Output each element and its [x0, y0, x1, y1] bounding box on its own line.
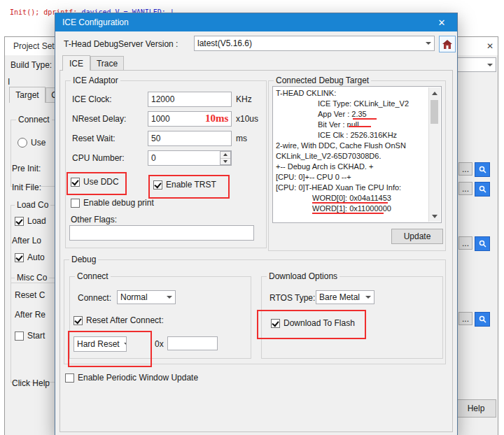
- auto-checkbox[interactable]: Auto: [15, 252, 45, 262]
- rtos-type-value: Bare Metal: [319, 292, 360, 302]
- enable-debug-print-checkbox[interactable]: Enable debug print: [71, 198, 154, 208]
- target-line: +-- Debug Arch is CKHAD. +: [273, 162, 441, 172]
- connect-mode-label: Connect:: [78, 293, 111, 303]
- checkbox-box: [71, 199, 80, 208]
- search-icon: [479, 185, 486, 193]
- chevron-down-icon: [487, 64, 493, 66]
- stepper-up-button[interactable]: [220, 152, 230, 159]
- ice-clock-input[interactable]: 12000: [148, 92, 232, 107]
- ice-clock-value: 12000: [151, 94, 174, 104]
- radio-circle: [18, 138, 27, 148]
- nreset-delay-label: NReset Delay:: [72, 114, 126, 124]
- target-line: Bit Ver : null: [273, 120, 441, 130]
- search-button[interactable]: [475, 312, 490, 327]
- checkbox-box: [71, 178, 80, 187]
- hex-prefix-label: 0x: [155, 339, 164, 349]
- reset-address-input[interactable]: [167, 336, 218, 350]
- target-line: WORD[1]: 0x11000000: [273, 204, 441, 214]
- misc-group-label: Misc Co: [15, 273, 49, 283]
- reset-wait-value: 50: [151, 134, 160, 143]
- checkbox-box: [15, 253, 24, 262]
- tab-trace[interactable]: Trace: [90, 56, 124, 71]
- other-flags-label: Other Flags:: [71, 215, 117, 224]
- debugserver-version-select[interactable]: latest(V5.16.6): [194, 36, 435, 51]
- pre-init-label: Pre Init:: [12, 164, 41, 173]
- checkbox-box: [153, 180, 162, 190]
- browse-button[interactable]: ...: [458, 162, 472, 176]
- enable-debug-print-label: Enable debug print: [83, 198, 154, 208]
- auto-checkbox-label: Auto: [27, 252, 45, 262]
- close-icon[interactable]: ✕: [426, 13, 457, 31]
- help-button[interactable]: Help: [456, 399, 496, 418]
- reset-wait-input[interactable]: 50: [148, 131, 232, 146]
- cpu-number-input[interactable]: 0: [148, 150, 232, 166]
- download-to-flash-checkbox[interactable]: Download To Flash: [271, 318, 355, 328]
- tab-ice-label: ICE: [69, 59, 83, 69]
- reset-type-select[interactable]: Hard Reset: [74, 336, 127, 352]
- nreset-delay-value: 1000: [151, 114, 170, 124]
- periodic-window-update-checkbox[interactable]: Enable Periodic Window Update: [65, 373, 198, 383]
- chevron-down-icon: [426, 42, 431, 45]
- clipped-text-fragment: I: [8, 77, 10, 87]
- search-icon: [479, 166, 486, 173]
- browse-button[interactable]: ...: [458, 236, 472, 250]
- cpu-number-stepper[interactable]: [220, 151, 231, 165]
- use-ddc-checkbox[interactable]: Use DDC: [71, 177, 119, 187]
- connect-group-label: Connect: [16, 115, 52, 124]
- target-line: ICE Clk : 2526.316KHz: [273, 130, 441, 141]
- enable-trst-checkbox[interactable]: Enable TRST: [153, 180, 216, 190]
- stepper-down-button[interactable]: [220, 159, 230, 165]
- scrollbar-down-button[interactable]: [429, 211, 440, 222]
- target-line: [CPU: 0]T-HEAD Xuan Tie CPU Info:: [273, 183, 441, 193]
- chevron-down-icon: [124, 343, 127, 345]
- search-icon: [479, 315, 486, 323]
- load-group-label: Load Co: [15, 200, 50, 210]
- checkbox-box: [74, 316, 83, 325]
- home-button[interactable]: [439, 36, 456, 52]
- reset-after-connect-label: Reset After Connect:: [86, 315, 164, 325]
- use-radio-label: Use: [31, 138, 46, 148]
- scrollbar-thumb[interactable]: [430, 100, 438, 124]
- search-button[interactable]: [475, 182, 490, 197]
- start-checkbox[interactable]: Start: [15, 331, 45, 341]
- tab-target[interactable]: Target: [9, 87, 46, 103]
- update-button[interactable]: Update: [391, 229, 443, 244]
- start-checkbox-label: Start: [27, 331, 45, 341]
- download-options-label: Download Options: [267, 271, 340, 281]
- reset-after-connect-checkbox[interactable]: Reset After Connect:: [74, 315, 164, 325]
- load-checkbox[interactable]: Load: [15, 216, 46, 226]
- rtos-type-select[interactable]: Bare Metal: [316, 290, 374, 304]
- after-load-label: After Lo: [12, 236, 41, 245]
- home-icon: [442, 40, 452, 49]
- other-flags-input[interactable]: [69, 225, 254, 241]
- ice-clock-unit: KHz: [236, 94, 252, 104]
- browse-button[interactable]: ...: [458, 312, 472, 325]
- debug-group-label: Debug: [69, 255, 98, 264]
- search-button[interactable]: [475, 236, 490, 251]
- search-button[interactable]: [475, 162, 490, 177]
- target-line: T-HEAD CKLINK:: [273, 88, 441, 99]
- reset-wait-label: Reset Wait:: [72, 134, 115, 143]
- checkbox-box: [15, 331, 24, 341]
- ice-dialog-title: ICE Configuration: [62, 17, 129, 27]
- search-icon: [479, 240, 486, 248]
- debug-target-output[interactable]: T-HEAD CKLINK: ICE Type: CKLink_Lite_V2 …: [272, 86, 442, 223]
- tab-target-label: Target: [15, 90, 38, 100]
- debugserver-version-value: latest(V5.16.6): [197, 38, 252, 48]
- connect-subgroup-label: Connect: [75, 271, 111, 281]
- tab-trace-label: Trace: [97, 59, 118, 69]
- use-radio[interactable]: Use: [18, 138, 46, 148]
- close-icon[interactable]: ✕: [484, 40, 496, 52]
- download-options-subgroup-box: [261, 276, 443, 359]
- tab-ice[interactable]: ICE: [62, 55, 90, 71]
- target-line: 2-wire, With DDC, Cache Flush OnSN: [273, 141, 441, 151]
- connect-mode-select[interactable]: Normal: [117, 290, 176, 304]
- scrollbar[interactable]: [428, 87, 440, 222]
- project-dialog-title: Project Sett: [13, 41, 57, 51]
- nreset-delay-input[interactable]: 1000: [148, 111, 232, 127]
- help-hint-text: Click Help: [12, 378, 50, 388]
- browse-button[interactable]: ...: [458, 182, 472, 195]
- ice-adaptor-group-label: ICE Adaptor: [71, 76, 120, 85]
- scrollbar-up-button[interactable]: [429, 87, 440, 99]
- target-line: [CPU: 0]+-- CPU 0 --+: [273, 172, 441, 183]
